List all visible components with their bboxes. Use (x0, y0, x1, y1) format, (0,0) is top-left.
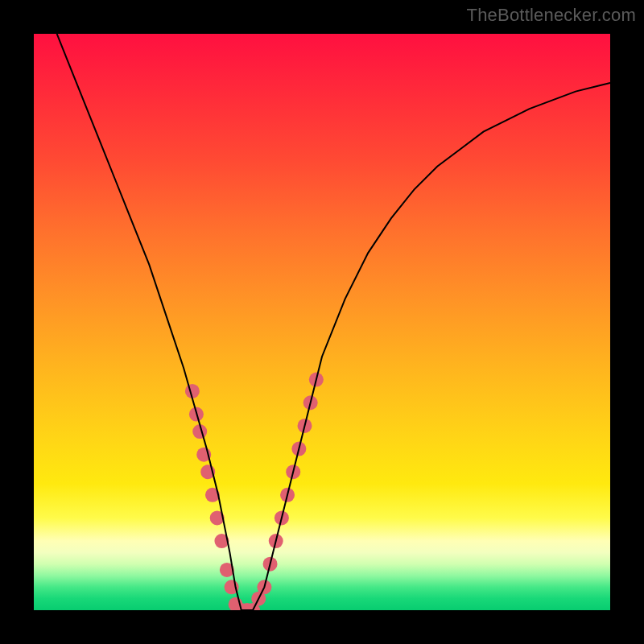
chart-frame: TheBottlenecker.com (0, 0, 644, 644)
curve-svg (34, 34, 610, 610)
markers-group (185, 373, 324, 610)
plot-area (34, 34, 610, 610)
bottleneck-curve (57, 34, 610, 610)
watermark-text: TheBottlenecker.com (467, 5, 636, 26)
